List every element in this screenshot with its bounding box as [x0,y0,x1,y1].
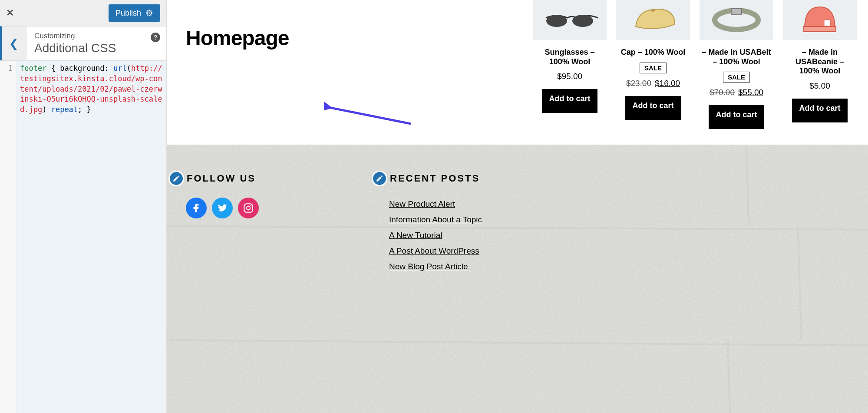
recent-post-link[interactable]: Information About a Topic [389,215,482,225]
sale-badge: SALE [640,63,667,73]
svg-point-1 [546,15,567,27]
add-to-cart-button[interactable]: Add to cart [792,99,847,121]
footer-heading-row: RECENT POSTS [372,171,482,186]
section-title: Additional CSS [34,41,158,55]
customizer-panel: ✕ Publish ⚙ ❮ Customizing Additional CSS… [0,0,167,413]
belt-icon [706,3,767,37]
customizer-top-bar: ✕ Publish ⚙ [0,0,166,26]
edit-widget-button[interactable] [372,171,387,186]
product-card: – Made in USABelt – 100% Wool SALE $70.0… [700,0,773,127]
instagram-icon [243,202,254,214]
svg-point-3 [651,9,655,12]
back-button[interactable]: ❮ [0,26,26,60]
twitter-icon [217,202,228,214]
chevron-left-icon: ❮ [9,37,19,50]
footer-heading-row: FOLLOW US [168,171,259,186]
footer-follow-col: FOLLOW US [186,171,259,400]
instagram-link[interactable] [238,198,259,218]
facebook-link[interactable] [186,198,207,218]
css-editor[interactable]: 1 footer { background: url(http://testin… [0,60,166,413]
product-price: $5.00 [783,81,857,91]
publish-button[interactable]: Publish ⚙ [109,4,160,22]
gear-icon[interactable]: ⚙ [145,8,153,18]
product-card: Cap – 100% Wool SALE $23.00 $16.00 Add t… [616,0,690,127]
product-name: Sunglasses – 100% Wool [533,48,607,66]
section-subtitle: Customizing [34,32,158,40]
sunglasses-icon [539,3,600,37]
product-name: – Made in USABelt – 100% Wool [700,48,773,66]
svg-point-17 [251,205,252,206]
product-price: $23.00 $16.00 [616,79,690,88]
product-image[interactable] [616,0,690,40]
recent-posts-list: New Product Alert Information About a To… [389,199,482,271]
css-code[interactable]: footer { background: url(http://testings… [17,61,166,413]
pencil-icon [376,175,383,182]
svg-rect-9 [167,145,868,413]
preview-pane: Homepage Sunglasses – 100% Wool $95.00 A… [167,0,868,413]
pencil-icon [172,175,180,182]
svg-rect-6 [804,26,836,32]
footer-texture [167,145,868,413]
footer-recent-col: RECENT POSTS New Product Alert Informati… [389,171,482,400]
recent-heading: RECENT POSTS [390,173,480,184]
product-name: Cap – 100% Wool [616,48,690,57]
cap-icon [623,3,683,37]
svg-point-16 [247,206,251,210]
beanie-icon [789,3,850,37]
publish-label: Publish [116,9,141,18]
sale-badge: SALE [723,72,750,83]
page-title: Homepage [186,26,289,50]
recent-post-link[interactable]: New Product Alert [389,199,482,209]
add-to-cart-button[interactable]: Add to cart [709,105,764,127]
customizer-header: ❮ Customizing Additional CSS ? [0,26,166,60]
social-icons [186,198,259,218]
close-icon[interactable]: ✕ [6,7,14,19]
product-name: – Made in USABeanie – 100% Wool [783,48,857,76]
site-footer: FOLLOW US RECENT POSTS New Product Alert… [167,145,868,413]
product-image[interactable] [533,0,607,40]
help-icon[interactable]: ? [151,33,160,42]
product-card: Sunglasses – 100% Wool $95.00 Add to car… [533,0,607,127]
line-gutter: 1 [0,61,17,413]
follow-heading: FOLLOW US [187,173,256,184]
svg-rect-5 [731,9,742,15]
products-row: Sunglasses – 100% Wool $95.00 Add to car… [533,0,868,127]
section-header: Customizing Additional CSS ? [26,26,166,60]
product-price: $95.00 [533,72,607,81]
product-image[interactable] [783,0,857,40]
recent-post-link[interactable]: A New Tutorial [389,231,482,240]
product-image[interactable] [700,0,773,40]
recent-post-link[interactable]: A Post About WordPress [389,246,482,256]
product-price: $70.00 $55.00 [700,88,773,97]
svg-point-2 [572,15,593,27]
edit-widget-button[interactable] [168,171,184,186]
facebook-icon [191,202,202,214]
svg-rect-7 [824,20,830,26]
product-card: – Made in USABeanie – 100% Wool $5.00 Ad… [783,0,857,127]
add-to-cart-button[interactable]: Add to cart [625,96,680,118]
page-title-block: Homepage [186,0,289,50]
twitter-link[interactable] [212,198,233,218]
preview-top: Homepage Sunglasses – 100% Wool $95.00 A… [167,0,868,127]
add-to-cart-button[interactable]: Add to cart [542,89,597,111]
recent-post-link[interactable]: New Blog Post Article [389,262,482,271]
